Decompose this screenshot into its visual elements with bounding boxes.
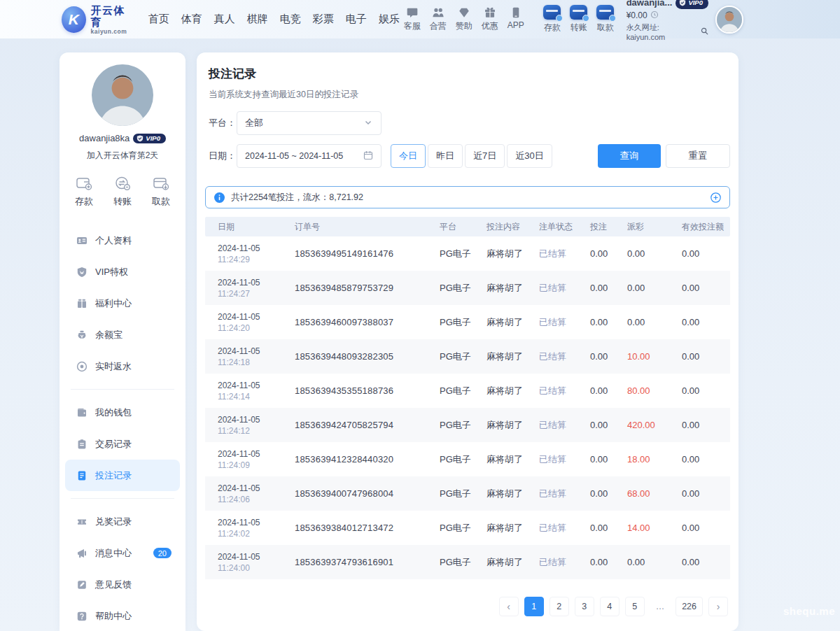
column-header: 日期 [218,221,295,233]
cell-bet-amount: 0.00 [590,248,627,259]
nav-item-7[interactable]: 娱乐 [379,13,400,26]
sidebar-item-rebate[interactable]: 实时返水 [59,350,186,382]
cell-date: 2024-11-0511:24:20 [218,311,295,334]
main-nav: 首页体育真人棋牌电竞彩票电子娱乐 [148,13,400,26]
quick-action-transfer-icon[interactable]: 转账 [113,176,132,208]
sidebar-item-vip-shield[interactable]: VIP特权 [59,256,186,288]
permanent-url: 永久网址: kaiyun.com [626,22,699,42]
page-button-2[interactable]: 2 [550,597,569,616]
cell-payout: 0.00 [627,317,682,327]
sidebar-item-redeem-record[interactable]: 兑奖记录 [59,506,186,537]
menu-divider [71,498,174,499]
quick-date-今日[interactable]: 今日 [391,144,426,168]
table-row: 2024-11-0511:24:12 1853639424705825794 P… [205,408,730,442]
page-button-3[interactable]: 3 [575,597,594,616]
sidebar-item-help[interactable]: 帮助中心 [59,600,186,631]
app-logo[interactable]: K 开云体育 kaiyun.com [62,4,133,35]
quick-date-近30日[interactable]: 近30日 [507,144,552,168]
toplink-gift-icon[interactable]: 优惠 [477,6,503,32]
toplink-withdraw-card-icon[interactable]: 取款 [596,5,615,34]
cell-platform: PG电子 [440,282,486,295]
prev-page-button[interactable]: ‹ [499,597,519,616]
nav-item-1[interactable]: 体育 [181,13,202,26]
chevron-down-icon [363,118,373,129]
cell-platform: PG电子 [440,316,486,329]
sidebar-item-yuebao[interactable]: 余额宝 [59,319,186,350]
cell-status: 已结算 [539,556,590,569]
table-row: 2024-11-0511:24:14 1853639435355188736 P… [205,374,730,408]
sidebar-item-bet-record[interactable]: 投注记录 [65,460,180,491]
sidebar-item-welfare-gift[interactable]: 福利中心 [59,288,186,319]
expand-plus-icon[interactable] [710,192,721,203]
cell-payout: 0.00 [627,248,682,259]
cell-valid-amount: 0.00 [682,283,718,293]
cell-order-number: 1853639460097388037 [295,317,440,327]
gift-icon [484,6,496,19]
yuebao-icon [76,329,88,341]
cell-order-number: 1853639435355188736 [295,385,440,396]
refresh-icon[interactable] [650,10,659,21]
cell-bet-amount: 0.00 [590,523,627,533]
cell-bet-amount: 0.00 [590,420,627,430]
cell-valid-amount: 0.00 [682,385,718,396]
balance-value: ¥0.00 [626,10,648,20]
toplink-people-icon[interactable]: 合营 [426,6,451,32]
cell-date: 2024-11-0511:24:09 [218,448,295,471]
date-range-input[interactable]: 2024-11-05 ~ 2024-11-05 [237,144,382,168]
cell-date: 2024-11-0511:24:00 [218,551,295,574]
cell-bet-amount: 0.00 [590,488,627,499]
reset-button[interactable]: 重置 [666,144,730,168]
cell-order-number: 1853639495149161476 [295,248,440,259]
cell-bet-amount: 0.00 [590,283,627,293]
nav-item-5[interactable]: 彩票 [313,13,334,26]
column-header: 订单号 [295,221,440,233]
page-button-226[interactable]: 226 [676,597,703,616]
cell-valid-amount: 0.00 [682,557,718,567]
nav-item-2[interactable]: 真人 [214,13,235,26]
profile-avatar[interactable] [92,64,153,126]
nav-item-6[interactable]: 电子 [346,13,367,26]
page-button-4[interactable]: 4 [600,597,620,616]
feedback-icon [76,579,88,590]
quick-action-deposit-icon[interactable]: 存款 [75,176,93,208]
sidebar-item-message[interactable]: 消息中心 20 [59,537,186,569]
toplink-chat-icon[interactable]: 客服 [400,6,425,32]
sidebar-item-feedback[interactable]: 意见反馈 [59,569,186,600]
brand-name: 开云体育 [91,4,133,28]
toplink-diamond-icon[interactable]: 赞助 [451,6,477,32]
nav-item-4[interactable]: 电竞 [280,13,301,26]
cell-status: 已结算 [539,282,590,295]
quick-date-近7日[interactable]: 近7日 [465,144,505,168]
user-block[interactable]: dawanjia... VIP0 ¥0.00 永久网址: kaiyun.com [626,0,708,42]
column-header: 注单状态 [539,221,590,233]
cell-bet-amount: 0.00 [590,557,627,567]
sidebar-item-id-card[interactable]: 个人资料 [59,225,186,256]
search-icon[interactable] [701,27,708,37]
toplink-phone-icon[interactable]: APP [503,6,528,32]
topbar: K 开云体育 kaiyun.com 首页体育真人棋牌电竞彩票电子娱乐 客服 合营… [0,0,840,38]
next-page-button[interactable]: › [708,597,728,616]
redeem-record-icon [76,516,88,527]
page-button-1[interactable]: 1 [524,597,544,616]
page-button-5[interactable]: 5 [625,597,645,616]
vip-badge: VIP0 [676,0,708,9]
quick-action-withdraw-icon[interactable]: 取款 [152,176,170,208]
platform-select[interactable]: 全部 [237,111,382,135]
quick-date-昨日[interactable]: 昨日 [428,144,463,168]
user-avatar[interactable] [715,6,743,34]
toplink-transfer-card-icon[interactable]: 转账 [569,5,589,34]
sidebar-item-trade-record[interactable]: 交易记录 [59,428,186,460]
platform-selected-value: 全部 [245,117,363,129]
brand-domain: kaiyun.com [91,28,133,35]
search-button[interactable]: 查询 [598,144,661,168]
nav-item-0[interactable]: 首页 [148,13,169,26]
cell-date: 2024-11-0511:24:29 [218,243,295,265]
main-panel: 投注记录 当前系统支持查询最近30日的投注记录 平台： 全部 日期： 2024-… [197,52,738,631]
nav-item-3[interactable]: 棋牌 [247,13,268,26]
date-range-value: 2024-11-05 ~ 2024-11-05 [245,151,363,161]
cell-payout: 80.00 [627,385,682,396]
welfare-gift-icon [76,298,88,309]
sidebar-item-wallet[interactable]: 我的钱包 [59,397,186,428]
toplink-deposit-card-icon[interactable]: 存款 [542,5,562,34]
vip-shield-icon [76,267,88,278]
